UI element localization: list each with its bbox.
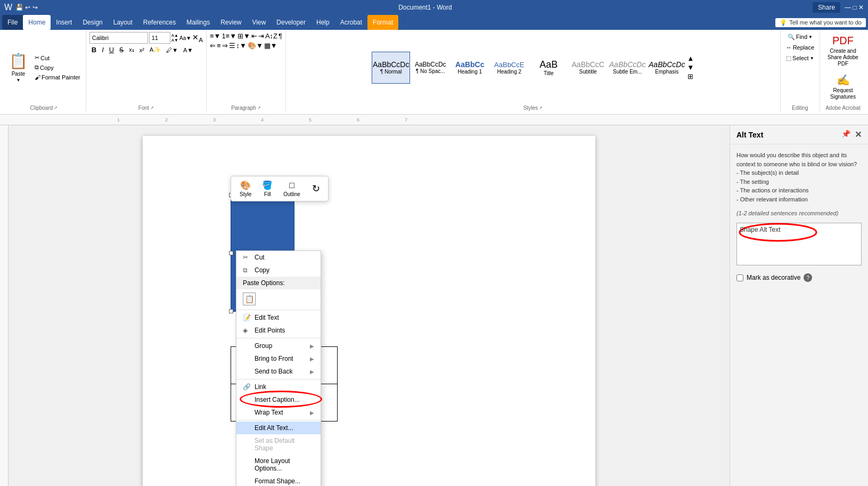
- ctx-edit-alt-text[interactable]: Edit Alt Text...: [236, 422, 321, 434]
- styles-expand-icon[interactable]: ↗: [539, 106, 543, 110]
- font-size-input[interactable]: [149, 32, 170, 44]
- menu-home[interactable]: Home: [23, 15, 51, 30]
- menu-acrobat[interactable]: Acrobat: [335, 15, 367, 30]
- ctx-paste-icon-btn[interactable]: 📋: [243, 293, 256, 305]
- menu-review[interactable]: Review: [215, 15, 247, 30]
- align-left-button[interactable]: ⇐: [210, 42, 216, 50]
- ctx-insert-caption[interactable]: Insert Caption...: [236, 393, 321, 406]
- highlight-button[interactable]: 🖊▼: [164, 46, 180, 54]
- ctx-bring-to-front[interactable]: Bring to Front ▶: [236, 352, 321, 365]
- style-heading1[interactable]: AaBbCc Heading 1: [451, 52, 489, 84]
- shading-button[interactable]: 🎨▼: [248, 42, 263, 50]
- alt-text-textarea[interactable]: [736, 223, 862, 265]
- menu-layout[interactable]: Layout: [108, 15, 138, 30]
- menu-mailings[interactable]: Mailings: [181, 15, 215, 30]
- align-right-button[interactable]: ⇒: [222, 42, 228, 50]
- style-heading2[interactable]: AaBbCcE Heading 2: [490, 52, 528, 84]
- bullets-button[interactable]: ≡▼: [210, 32, 220, 40]
- style-emphasis[interactable]: AaBbCcDc Emphasis: [648, 52, 686, 84]
- fill-toolbar-button[interactable]: 🪣 Fill: [258, 179, 277, 199]
- ctx-wrap-text[interactable]: Wrap Text ▶: [236, 406, 321, 419]
- paste-button[interactable]: 📋 Paste ▼: [5, 52, 31, 84]
- panel-pin-icon[interactable]: 📌: [841, 129, 850, 140]
- font-color-button[interactable]: A▼: [181, 46, 195, 54]
- font-size-decrease[interactable]: A▼: [171, 38, 178, 43]
- decrease-indent-button[interactable]: ⇤: [251, 32, 257, 40]
- ctx-edit-points[interactable]: ◈ Edit Points: [236, 324, 321, 337]
- increase-indent-button[interactable]: ⇥: [258, 32, 264, 40]
- menu-insert[interactable]: Insert: [51, 15, 77, 30]
- line-spacing-button[interactable]: ↕▼: [236, 42, 247, 50]
- find-button[interactable]: 🔍 Find ▼: [785, 32, 815, 42]
- mark-decorative-checkbox[interactable]: [736, 274, 743, 281]
- search-icon: 💡: [780, 19, 787, 26]
- menu-developer[interactable]: Developer: [271, 15, 311, 30]
- menu-view[interactable]: View: [247, 15, 272, 30]
- text-effects-button[interactable]: A✨: [148, 45, 163, 54]
- numbering-button[interactable]: 1≡▼: [222, 32, 236, 40]
- menu-help[interactable]: Help: [311, 15, 335, 30]
- underline-button[interactable]: U: [107, 45, 116, 55]
- ctx-cut[interactable]: ✂ Cut: [236, 251, 321, 264]
- styles-down-button[interactable]: ▼: [687, 63, 694, 71]
- ctx-set-default-shape[interactable]: Set as Default Shape: [236, 434, 321, 455]
- search-box[interactable]: 💡 Tell me what you want to do: [775, 18, 866, 27]
- style-title[interactable]: AaB Title: [529, 52, 568, 84]
- ctx-edit-text[interactable]: 📝 Edit Text: [236, 311, 321, 324]
- font-expand-icon[interactable]: ↗: [150, 106, 154, 110]
- resize-handle-midleft[interactable]: [229, 251, 233, 255]
- font-size-increase[interactable]: A▲: [171, 33, 178, 38]
- ctx-more-layout[interactable]: More Layout Options...: [236, 455, 321, 475]
- paragraph-expand-icon[interactable]: ↗: [257, 106, 261, 110]
- font-name-input[interactable]: [89, 32, 148, 44]
- superscript-button[interactable]: x²: [137, 46, 146, 54]
- share-button[interactable]: Share: [813, 2, 840, 13]
- info-icon[interactable]: ?: [804, 273, 812, 282]
- strikethrough-button[interactable]: S̶: [117, 45, 126, 55]
- style-normal[interactable]: AaBbCcDc ¶ Normal: [372, 52, 410, 84]
- ctx-format-shape[interactable]: Format Shape...: [236, 475, 321, 486]
- resize-handle-bottomleft[interactable]: [229, 309, 233, 313]
- request-signatures-button[interactable]: ✍ Request Signatures: [823, 71, 863, 103]
- select-button[interactable]: ⬚ Select ▼: [784, 53, 816, 63]
- cut-button[interactable]: ✂ Cut: [32, 53, 83, 63]
- format-painter-button[interactable]: 🖌 Format Painter: [32, 72, 83, 82]
- clipboard-expand-icon[interactable]: ↗: [54, 106, 58, 110]
- style-toolbar-button[interactable]: 🎨 Style: [235, 179, 256, 199]
- styles-up-button[interactable]: ▲: [687, 54, 694, 62]
- styles-more-button[interactable]: ⊞: [687, 72, 694, 80]
- vertical-ruler: [0, 125, 9, 486]
- ctx-copy[interactable]: ⧉ Copy: [236, 264, 321, 277]
- ctx-group[interactable]: Group ▶: [236, 339, 321, 352]
- copy-button[interactable]: ⧉ Copy: [32, 63, 83, 72]
- subscript-button[interactable]: x₂: [127, 45, 136, 54]
- create-pdf-button[interactable]: PDF Create and Share Adobe PDF: [823, 32, 863, 70]
- borders-button[interactable]: ▦▼: [264, 42, 277, 50]
- menu-references[interactable]: References: [138, 15, 181, 30]
- sort-button[interactable]: A↕Z: [265, 32, 277, 40]
- panel-close-button[interactable]: ✕: [855, 129, 862, 140]
- menu-file[interactable]: File: [2, 15, 23, 30]
- show-para-button[interactable]: ¶: [279, 32, 282, 40]
- style-nospace[interactable]: AaBbCcDc ¶ No Spac...: [411, 52, 449, 84]
- justify-button[interactable]: ☰: [229, 42, 235, 50]
- clear-formatting-button[interactable]: ✕A: [192, 33, 203, 43]
- ctx-send-to-back[interactable]: Send to Back ▶: [236, 365, 321, 378]
- style-subtle-em[interactable]: AaBbCcDc Subtle Em...: [608, 52, 646, 84]
- menu-design[interactable]: Design: [77, 15, 108, 30]
- styles-label: Styles ↗: [523, 103, 543, 111]
- align-center-button[interactable]: ≡: [217, 42, 221, 50]
- style-subtitle[interactable]: AaBbCcC Subtitle: [569, 52, 607, 84]
- select-icon: ⬚: [786, 55, 791, 62]
- menu-format[interactable]: Format: [367, 15, 398, 30]
- italic-button[interactable]: I: [100, 45, 106, 55]
- outline-toolbar-button[interactable]: □ Outline: [279, 179, 305, 199]
- copy-icon: ⧉: [35, 64, 39, 71]
- rotate-toolbar-button[interactable]: ↻: [309, 181, 324, 196]
- ctx-link[interactable]: 🔗 Link: [236, 380, 321, 393]
- paste-dropdown-arrow[interactable]: ▼: [17, 78, 21, 83]
- font-case-button[interactable]: Aa▼: [179, 35, 191, 41]
- bold-button[interactable]: B: [89, 45, 99, 55]
- multilevel-button[interactable]: ⊞▼: [238, 32, 250, 40]
- replace-button[interactable]: ↔ Replace: [784, 43, 816, 52]
